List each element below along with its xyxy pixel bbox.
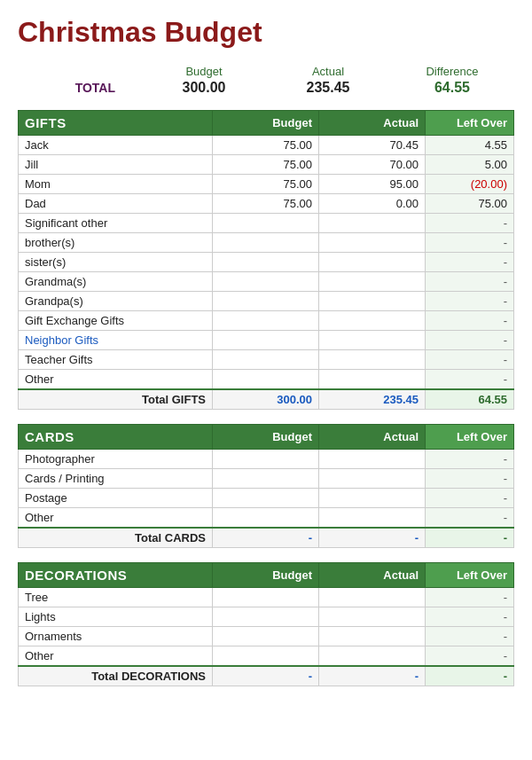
table-row: Photographer-	[19, 450, 514, 469]
row-name: Ornaments	[19, 627, 213, 646]
section-gifts: GIFTSBudgetActualLeft OverJack75.0070.45…	[18, 110, 514, 410]
total-label: Total DECORATIONS	[19, 666, 213, 686]
row-budget: 75.00	[213, 155, 319, 175]
row-budget	[213, 311, 319, 331]
row-name: Jill	[19, 155, 213, 175]
table-row: Grandpa(s)-	[19, 292, 514, 311]
summary-budget-value: 300.00	[142, 80, 266, 96]
row-name: Other	[19, 508, 213, 529]
row-name: Postage	[19, 489, 213, 508]
row-name: sister(s)	[19, 253, 213, 272]
row-leftover: -	[426, 646, 514, 667]
total-label: Total CARDS	[19, 528, 213, 548]
table-row: brother(s)-	[19, 233, 514, 253]
row-actual	[319, 646, 426, 667]
row-actual: 95.00	[319, 175, 426, 194]
row-leftover: 5.00	[426, 155, 514, 175]
table-row: Gift Exchange Gifts-	[19, 311, 514, 331]
row-leftover: -	[426, 253, 514, 272]
row-budget	[213, 292, 319, 311]
row-actual: 70.45	[319, 136, 426, 155]
total-budget: -	[213, 666, 319, 686]
section-cards-header: CARDSBudgetActualLeft Over	[19, 425, 514, 450]
row-name: Grandma(s)	[19, 272, 213, 292]
row-budget	[213, 607, 319, 627]
row-name: Mom	[19, 175, 213, 194]
row-budget	[213, 489, 319, 508]
row-actual	[319, 627, 426, 646]
row-budget	[213, 272, 319, 292]
row-budget	[213, 450, 319, 469]
row-name: Teacher Gifts	[19, 350, 213, 370]
row-name: Cards / Printing	[19, 469, 213, 489]
section-decorations-col-0: Budget	[213, 563, 319, 588]
total-actual: -	[319, 528, 426, 548]
section-gifts-total-row: Total GIFTS300.00235.4564.55	[19, 389, 514, 410]
section-gifts-col-2: Left Over	[426, 111, 514, 136]
row-actual	[319, 588, 426, 607]
row-leftover: -	[426, 489, 514, 508]
row-budget	[213, 646, 319, 667]
row-leftover: -	[426, 450, 514, 469]
row-name: Other	[19, 370, 213, 390]
summary-difference-value: 64.55	[390, 80, 514, 96]
row-leftover: -	[426, 331, 514, 350]
row-budget	[213, 370, 319, 390]
table-row: Grandma(s)-	[19, 272, 514, 292]
row-name: Jack	[19, 136, 213, 155]
total-actual: -	[319, 666, 426, 686]
section-cards-title: CARDS	[19, 425, 213, 450]
row-actual	[319, 292, 426, 311]
table-row: Lights-	[19, 607, 514, 627]
row-name: Grandpa(s)	[19, 292, 213, 311]
summary-header-row: Budget Actual Difference	[18, 65, 514, 78]
total-leftover: -	[426, 666, 514, 686]
row-actual	[319, 331, 426, 350]
row-leftover: -	[426, 214, 514, 233]
row-leftover: 4.55	[426, 136, 514, 155]
row-leftover: -	[426, 233, 514, 253]
row-actual: 70.00	[319, 155, 426, 175]
summary-header-difference: Difference	[390, 65, 514, 78]
total-label: Total GIFTS	[19, 389, 213, 410]
table-row: Other-	[19, 508, 514, 529]
row-leftover: -	[426, 292, 514, 311]
row-actual	[319, 272, 426, 292]
table-row: Jack75.0070.454.55	[19, 136, 514, 155]
row-leftover: -	[426, 272, 514, 292]
row-leftover: -	[426, 370, 514, 390]
section-cards-col-2: Left Over	[426, 425, 514, 450]
table-row: Cards / Printing-	[19, 469, 514, 489]
table-row: Other-	[19, 646, 514, 667]
summary-header-budget: Budget	[142, 65, 266, 78]
row-budget	[213, 253, 319, 272]
row-actual: 0.00	[319, 194, 426, 214]
row-budget	[213, 233, 319, 253]
row-leftover: -	[426, 627, 514, 646]
section-gifts-header: GIFTSBudgetActualLeft Over	[19, 111, 514, 136]
section-decorations-col-1: Actual	[319, 563, 426, 588]
total-leftover: -	[426, 528, 514, 548]
row-budget	[213, 469, 319, 489]
table-row: Teacher Gifts-	[19, 350, 514, 370]
row-actual	[319, 253, 426, 272]
table-row: Mom75.0095.00(20.00)	[19, 175, 514, 194]
row-name: Lights	[19, 607, 213, 627]
row-name: Dad	[19, 194, 213, 214]
table-row: Significant other-	[19, 214, 514, 233]
row-name: brother(s)	[19, 233, 213, 253]
table-row: Other-	[19, 370, 514, 390]
row-leftover: -	[426, 350, 514, 370]
row-budget	[213, 508, 319, 529]
row-name: Neighbor Gifts	[19, 331, 213, 350]
sections-container: GIFTSBudgetActualLeft OverJack75.0070.45…	[18, 110, 514, 686]
row-actual	[319, 508, 426, 529]
row-actual	[319, 489, 426, 508]
page: Christmas Budget Budget Actual Differenc…	[0, 0, 532, 718]
section-decorations-title: DECORATIONS	[19, 563, 213, 588]
summary-block: Budget Actual Difference TOTAL 300.00 23…	[18, 65, 514, 96]
section-decorations: DECORATIONSBudgetActualLeft OverTree-Lig…	[18, 562, 514, 686]
table-row: Ornaments-	[19, 627, 514, 646]
row-leftover: (20.00)	[426, 175, 514, 194]
section-cards-col-0: Budget	[213, 425, 319, 450]
